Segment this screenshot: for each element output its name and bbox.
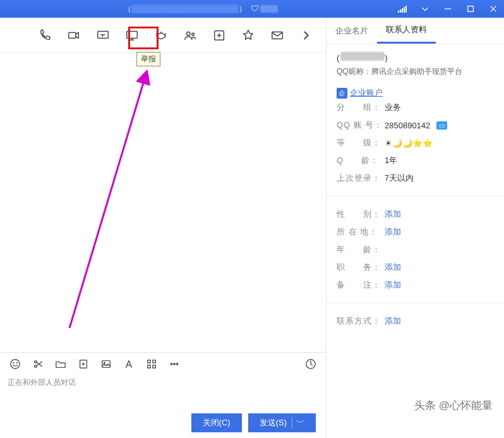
add-contact-method[interactable]: 添加 — [385, 315, 401, 327]
font-icon[interactable] — [123, 358, 135, 370]
video-icon[interactable] — [66, 27, 82, 44]
right-panel: 企业名片 联系人资料 () QQ昵称：腾讯企点采购助手现货平台 企企业账户 分 … — [327, 18, 504, 438]
grid-icon[interactable] — [145, 358, 158, 370]
chat-area — [0, 53, 326, 352]
svg-line-8 — [69, 76, 145, 328]
svg-point-4 — [187, 32, 191, 35]
add-location[interactable]: 添加 — [385, 226, 401, 238]
window-title: （） 🛡 — [4, 4, 398, 15]
signal-icon — [398, 5, 407, 13]
history-icon[interactable] — [304, 358, 317, 370]
svg-point-10 — [13, 362, 14, 363]
note-icon[interactable] — [77, 358, 90, 370]
svg-rect-0 — [468, 6, 474, 12]
folder-icon[interactable] — [54, 358, 67, 370]
add-app-icon[interactable] — [211, 27, 227, 44]
tab-biz-card[interactable]: 企业名片 — [327, 18, 377, 44]
field-qq: 2850890142 — [385, 121, 430, 130]
image-icon[interactable] — [100, 358, 112, 370]
qq-nickname: QQ昵称：腾讯企点采购助手现货平台 — [337, 66, 494, 77]
field-level: ☀🌙🌙⭐⭐ — [385, 138, 433, 148]
close-button[interactable] — [486, 2, 500, 16]
add-gender[interactable]: 添加 — [385, 209, 401, 220]
scissors-icon[interactable] — [32, 358, 44, 370]
svg-point-11 — [16, 362, 17, 363]
svg-point-9 — [11, 359, 20, 368]
svg-point-5 — [192, 33, 195, 35]
titlebar: （） 🛡 — [0, 0, 504, 18]
toolbar-more-icon[interactable] — [298, 27, 315, 44]
svg-point-22 — [174, 363, 175, 364]
field-last-login: 7天以内 — [385, 173, 414, 184]
svg-rect-7 — [272, 32, 283, 39]
add-remark[interactable]: 添加 — [385, 279, 401, 291]
send-button[interactable]: 发送(S)﹀ — [248, 413, 316, 432]
svg-rect-19 — [148, 365, 151, 368]
input-toolbar — [0, 352, 326, 375]
contact-card-icon[interactable]: ▭ — [436, 121, 447, 130]
svg-rect-1 — [69, 32, 76, 38]
maximize-button[interactable] — [464, 2, 477, 16]
remote-icon[interactable] — [124, 27, 140, 44]
svg-rect-3 — [127, 31, 138, 38]
enterprise-link[interactable]: 企业账户 — [350, 88, 383, 97]
svg-rect-15 — [102, 360, 111, 367]
mail-icon[interactable] — [269, 27, 285, 44]
svg-point-23 — [176, 363, 177, 364]
tab-contact-info[interactable]: 联系人资料 — [377, 18, 436, 44]
screen-share-icon[interactable] — [95, 27, 111, 44]
arrow-annotation — [51, 69, 177, 334]
display-name: () — [337, 52, 494, 63]
right-tabs: 企业名片 联系人资料 — [327, 18, 504, 44]
svg-rect-20 — [153, 365, 156, 368]
svg-point-16 — [104, 362, 105, 363]
chat-toolbar — [0, 18, 326, 53]
chevron-down-icon[interactable]: ﹀ — [292, 417, 304, 429]
group-icon[interactable] — [182, 27, 198, 44]
field-qage: 1年 — [385, 155, 397, 166]
more-dots-icon[interactable] — [168, 358, 181, 370]
close-chat-button[interactable]: 关闭(C) — [191, 413, 242, 432]
svg-point-21 — [171, 363, 172, 364]
minimize-button[interactable] — [441, 2, 455, 16]
status-line: 正在和外部人员对话 — [0, 375, 326, 408]
footer-buttons: 关闭(C) 发送(S)﹀ — [0, 408, 326, 438]
call-icon[interactable] — [37, 27, 53, 44]
svg-rect-18 — [153, 360, 156, 363]
dropdown-button[interactable] — [418, 2, 432, 16]
add-job[interactable]: 添加 — [385, 262, 401, 273]
field-group: 业务 — [385, 102, 401, 113]
star-icon[interactable] — [240, 27, 256, 44]
emoji-icon[interactable] — [9, 358, 21, 370]
svg-rect-17 — [148, 360, 151, 363]
report-icon[interactable] — [153, 27, 169, 44]
enterprise-badge: 企 — [337, 88, 347, 99]
